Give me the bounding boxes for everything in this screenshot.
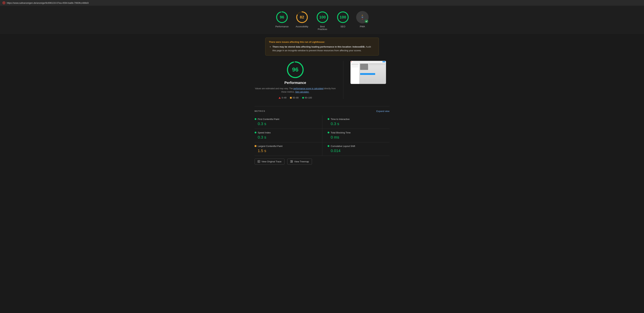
seo-circle: 100 — [337, 11, 349, 23]
metric-cls: Cumulative Layout Shift 0.014 — [322, 142, 390, 156]
legend-pass: 90–100 — [302, 96, 312, 99]
warning-box: There were issues affecting this run of … — [265, 38, 379, 55]
metric-tti-dot — [328, 118, 329, 120]
seo-label: SEO — [340, 25, 345, 28]
view-treemap-label: View Treemap — [294, 160, 309, 163]
screen-topbar — [350, 61, 386, 63]
score-item-performance[interactable]: 96 Performance — [276, 11, 288, 28]
svg-point-1 — [3, 2, 4, 3]
screen-text-2 — [369, 65, 385, 65]
accessibility-score: 82 — [300, 15, 304, 19]
metric-cls-name-row: Cumulative Layout Shift — [328, 145, 387, 147]
best-practices-circle: 100 — [316, 11, 329, 23]
perf-score-link[interactable]: performance score is calculated — [293, 87, 323, 90]
expand-view-button[interactable]: Expand view — [376, 110, 390, 112]
vertical-divider — [343, 61, 344, 99]
score-legend: 0–49 50–89 90–100 — [278, 96, 312, 99]
metric-si-name-row: Speed Index — [254, 131, 319, 134]
legend-average: 50–89 — [290, 96, 298, 99]
pwa-p-letter: P — [362, 14, 363, 16]
metric-fcp-dot — [254, 118, 256, 120]
warning-title: There were issues affecting this run of … — [269, 41, 375, 43]
perf-left: 96 Performance Values are estimated and … — [254, 61, 336, 99]
big-performance-score: 96 — [292, 66, 298, 73]
metric-si-dot — [254, 132, 256, 133]
score-item-pwa[interactable]: P W A PWA — [356, 11, 368, 28]
screen-line-1 — [360, 71, 385, 71]
metrics-title: METRICS — [254, 110, 265, 112]
metrics-grid: First Contentful Paint 0.3 s Time to Int… — [254, 115, 390, 156]
pass-range: 90–100 — [305, 96, 312, 99]
metric-tbt-name: Total Blocking Time — [331, 131, 351, 134]
pass-icon — [302, 97, 304, 99]
screen-url-bar — [353, 61, 382, 62]
pwa-circle: P W A — [356, 11, 368, 23]
screen-price-bar — [360, 73, 375, 75]
big-performance-circle: 96 — [286, 61, 304, 79]
screen-text-3 — [369, 66, 380, 66]
screen-content — [350, 63, 386, 84]
see-calculator-link[interactable]: See calculator. — [295, 91, 309, 93]
metric-fcp: First Contentful Paint 0.3 s — [254, 115, 322, 129]
pwa-check-icon — [365, 19, 368, 23]
metric-lcp-value: 1.5 s — [254, 149, 319, 153]
view-original-trace-button[interactable]: View Original Trace — [254, 159, 284, 164]
performance-label: Performance — [276, 25, 288, 28]
metric-tbt-name-row: Total Blocking Time — [328, 131, 387, 134]
svg-rect-17 — [292, 160, 292, 161]
screen-main-area — [360, 63, 386, 84]
score-item-best-practices[interactable]: 100 Best Practices — [315, 11, 330, 30]
warning-body: There may be stored data affecting loadi… — [269, 45, 375, 52]
metric-fcp-name-row: First Contentful Paint — [254, 118, 319, 120]
screenshot-box — [350, 61, 386, 84]
best-practices-label: Best Practices — [315, 25, 330, 30]
view-treemap-button[interactable]: View Treemap — [287, 159, 312, 164]
pwa-label: PWA — [360, 25, 365, 28]
main-content: 96 Performance Values are estimated and … — [251, 61, 393, 167]
perf-desc: Values are estimated and may vary. The p… — [254, 87, 336, 94]
accessibility-circle: 82 — [296, 11, 308, 23]
pwa-w-letter: W — [362, 16, 363, 18]
pwa-a-letter: A — [362, 18, 363, 20]
best-practices-score: 100 — [319, 15, 326, 19]
metric-si-name: Speed Index — [258, 131, 271, 134]
metrics-header: METRICS Expand view — [254, 106, 390, 112]
metric-lcp-name-row: Largest Contentful Paint — [254, 145, 319, 147]
accessibility-label: Accessibility — [296, 25, 308, 28]
fail-range: 0–49 — [282, 96, 286, 99]
performance-score: 96 — [280, 15, 284, 19]
bottom-buttons: View Original Trace View Treemap — [254, 156, 390, 167]
treemap-icon — [290, 160, 293, 163]
score-header: 96 Performance 82 Accessibility 100 Best… — [0, 6, 644, 34]
metric-tbt-value: 0 ms — [328, 135, 387, 140]
perf-title: Performance — [284, 81, 306, 85]
metric-cls-name: Cumulative Layout Shift — [331, 145, 355, 147]
perf-section: 96 Performance Values are estimated and … — [254, 61, 390, 99]
trace-icon — [258, 160, 260, 163]
perf-right — [350, 61, 390, 84]
view-original-trace-label: View Original Trace — [262, 160, 282, 163]
screen-line-2 — [360, 71, 380, 72]
metric-tbt-dot — [328, 132, 329, 133]
screen-text-1 — [369, 64, 385, 64]
performance-circle: 96 — [276, 11, 288, 23]
metric-cls-dot — [328, 145, 329, 147]
svg-rect-18 — [292, 162, 292, 163]
screenshot-inner — [350, 61, 386, 84]
score-item-seo[interactable]: 100 SEO — [337, 11, 349, 28]
legend-fail: 0–49 — [278, 96, 286, 99]
metric-tti: Time to Interactive 0.3 s — [322, 115, 390, 129]
average-range: 50–89 — [292, 96, 298, 99]
seo-score: 100 — [340, 15, 346, 19]
screen-image — [360, 64, 368, 70]
metric-tti-name-row: Time to Interactive — [328, 118, 387, 120]
screen-sidebar-line — [351, 64, 358, 65]
metric-si-value: 0.3 s — [254, 135, 319, 140]
score-item-accessibility[interactable]: 82 Accessibility — [296, 11, 308, 28]
topbar: https://www.safeanzeigen.de/anzeige/9c69… — [0, 0, 644, 6]
fail-icon — [278, 97, 281, 99]
average-icon — [290, 97, 292, 99]
screen-top-row — [360, 64, 385, 70]
screen-sidebar-line2 — [351, 65, 358, 66]
browser-icon — [2, 1, 5, 4]
